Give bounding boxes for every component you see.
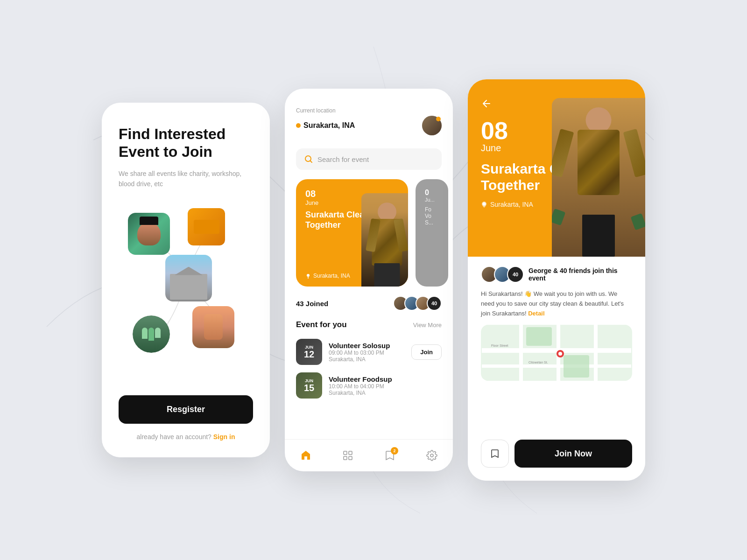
phone-register: Find Interested Event to Join We share a… <box>102 103 270 457</box>
phone-home: Current location Surakarta, INA Search f… <box>285 89 453 471</box>
signin-link[interactable]: Sign in <box>213 433 235 441</box>
location-name: Surakarta, INA <box>296 121 355 130</box>
phone-detail: 08 June Surakarta Clean City Together Su… <box>468 79 645 481</box>
avatars-row: 40 <box>397 296 442 311</box>
svg-point-24 <box>558 352 562 356</box>
svg-rect-22 <box>564 355 589 378</box>
friends-count-text: 40 <box>513 272 518 277</box>
svg-rect-5 <box>344 456 347 460</box>
view-more-link[interactable]: View More <box>413 322 442 329</box>
search-bar[interactable]: Search for event <box>296 148 442 170</box>
joined-count: 43 Joined <box>296 300 328 308</box>
svg-rect-3 <box>344 451 347 455</box>
event-thumb-day-2: 15 <box>304 383 314 392</box>
join-button-1[interactable]: Join <box>411 344 442 360</box>
event-location-text-big: Surakarta, INA <box>490 201 533 208</box>
location-dot-icon <box>296 123 301 128</box>
register-button[interactable]: Resgister <box>119 395 253 424</box>
event-location: Surakarta, INA <box>305 273 350 279</box>
nav-bookmark[interactable]: 2 <box>381 446 399 465</box>
event-location-text: Surakarta, INA <box>313 273 350 279</box>
location-icon <box>481 201 487 208</box>
friends-row: 40 George & 40 friends join this event <box>481 266 632 283</box>
float-img-building <box>165 255 212 301</box>
settings-icon <box>426 450 437 461</box>
svg-line-1 <box>310 161 312 163</box>
svg-rect-21 <box>526 327 552 346</box>
phone3-body: 40 George & 40 friends join this event H… <box>468 257 645 440</box>
title-line1: Find Interested <box>119 126 226 142</box>
bottom-nav: 2 <box>285 439 453 471</box>
event-map[interactable]: Floor Street Citowetan St. <box>481 325 632 381</box>
event-info-2: Volunteer Foodsup 10:00 AM to 04:00 PM S… <box>329 375 442 396</box>
svg-rect-6 <box>349 456 352 460</box>
phone2-header: Current location Surakarta, INA <box>285 89 453 143</box>
svg-rect-18 <box>519 325 523 381</box>
join-now-button[interactable]: Join Now <box>514 440 632 468</box>
nav-badge: 2 <box>391 447 398 455</box>
phone1-title: Find Interested Event to Join We share a… <box>119 125 253 203</box>
secondary-event-card[interactable]: 0 Ju... FoVoS... <box>416 179 448 287</box>
svg-rect-4 <box>349 451 352 455</box>
phone1-footer: Resgister already have an account? Sign … <box>119 395 253 441</box>
phone3-actions: Join Now <box>468 440 645 481</box>
phone3-hero: 08 June Surakarta Clean City Together Su… <box>468 79 645 257</box>
back-icon[interactable] <box>481 98 492 109</box>
svg-text:Floor Street: Floor Street <box>491 344 508 347</box>
grid-icon <box>342 450 353 461</box>
svg-text:Citowetan St.: Citowetan St. <box>529 361 548 364</box>
events-scroll: 08 June Surakarta Clean City Together Su… <box>285 175 453 290</box>
online-indicator <box>436 117 441 121</box>
phone1-subtitle: We share all events like charity, worksh… <box>119 168 253 189</box>
event-thumb-2: Jun 15 <box>296 372 322 399</box>
section-header: Event for you View More <box>285 316 453 333</box>
event-thumb-day: 12 <box>304 350 314 359</box>
float-img-bus <box>188 208 225 245</box>
home-icon <box>300 450 311 461</box>
map-svg: Floor Street Citowetan St. <box>481 325 632 381</box>
bookmark-save-icon <box>490 448 500 459</box>
float-img-woman <box>192 306 234 348</box>
float-img-group <box>133 315 170 353</box>
event-list-item-2: Jun 15 Volunteer Foodsup 10:00 AM to 04:… <box>285 369 453 402</box>
floating-images <box>119 203 253 386</box>
user-avatar[interactable] <box>422 116 442 135</box>
signin-prompt: already have an account? <box>137 433 211 441</box>
event-time-2: 10:00 AM to 04:00 PM <box>329 383 442 390</box>
svg-rect-20 <box>594 325 598 381</box>
joined-row: 43 Joined 40 <box>285 290 453 316</box>
event-info-1: Volunteer Solosup 09:00 AM to 03:00 PM S… <box>329 342 405 363</box>
location-row: Surakarta, INA <box>296 116 442 135</box>
phones-container: Find Interested Event to Join We share a… <box>102 79 645 481</box>
event-name-1: Volunteer Solosup <box>329 342 405 350</box>
event-description: Hi Surakartans! 👋 We wait you to join wi… <box>481 289 632 318</box>
signin-text: already have an account? Sign in <box>119 433 253 441</box>
svg-point-7 <box>430 454 433 457</box>
svg-point-2 <box>307 274 310 277</box>
search-icon <box>304 155 313 163</box>
location-label: Current location <box>296 107 442 114</box>
friend-count-badge: 40 <box>507 266 524 283</box>
friends-text: George & 40 friends join this event <box>529 267 632 282</box>
event-card-person-image <box>361 193 408 287</box>
friends-avatars: 40 <box>481 266 524 283</box>
featured-event-card[interactable]: 08 June Surakarta Clean City Together Su… <box>296 179 408 287</box>
event-list-item-1: Jun 12 Volunteer Solosup 09:00 AM to 03:… <box>285 335 453 369</box>
detail-link[interactable]: Detail <box>528 310 544 317</box>
event-thumb-1: Jun 12 <box>296 339 322 365</box>
desc-text: Hi Surakartans! 👋 We wait you to join wi… <box>481 290 624 317</box>
section-title: Event for you <box>296 320 347 329</box>
nav-grid[interactable] <box>338 446 357 465</box>
event-loc-1: Surakarta, INA <box>329 356 405 363</box>
location-pin-icon <box>305 273 311 279</box>
nav-home[interactable] <box>296 446 315 465</box>
float-img-person <box>128 213 170 255</box>
nav-settings[interactable] <box>423 446 441 465</box>
search-placeholder: Search for event <box>317 155 369 163</box>
title-line2: Event to Join <box>119 143 212 160</box>
event-loc-2: Surakarta, INA <box>329 390 442 396</box>
event-name-2: Volunteer Foodsup <box>329 375 442 383</box>
avatar-count: 40 <box>427 296 442 311</box>
bookmark-button[interactable] <box>481 440 509 468</box>
event-time-1: 09:00 AM to 03:00 PM <box>329 350 405 356</box>
